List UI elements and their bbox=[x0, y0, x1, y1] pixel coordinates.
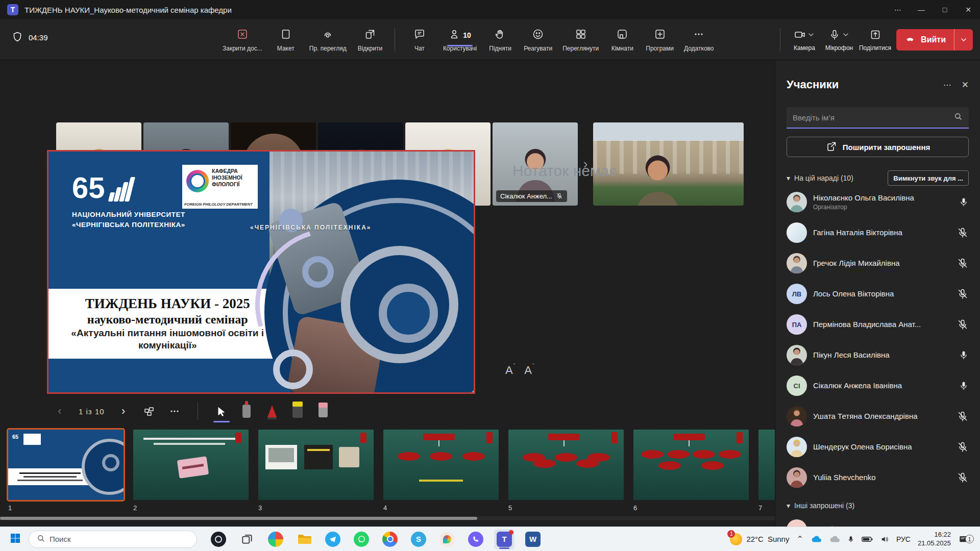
in-meeting-section[interactable]: ▾ На цій нараді (10) bbox=[787, 174, 853, 182]
cloud-icon[interactable] bbox=[829, 535, 840, 543]
filmstrip-slide-3[interactable] bbox=[258, 430, 374, 500]
participants-close-icon[interactable]: ✕ bbox=[962, 80, 969, 90]
battery-icon[interactable] bbox=[862, 536, 873, 543]
filmstrip-slide-1[interactable]: 65 bbox=[8, 430, 124, 500]
paint-taskbar-icon[interactable] bbox=[437, 529, 457, 549]
participant-row[interactable]: Ушата Тетяна Олександрівна bbox=[787, 401, 969, 432]
mic-on-icon[interactable] bbox=[959, 350, 969, 360]
mic-on-icon[interactable] bbox=[959, 381, 969, 391]
highlighter-tool-button[interactable] bbox=[291, 402, 304, 420]
participant-row[interactable]: Шендерук Олена Борисівна bbox=[787, 432, 969, 462]
filmstrip-scrollbar[interactable] bbox=[0, 516, 775, 520]
shared-presentation-slide[interactable]: ТИЖДЕНЬ НАУКИ - 2025 науково-методичний … bbox=[47, 150, 475, 394]
tray-mic-icon[interactable] bbox=[847, 535, 854, 544]
participant-row[interactable]: Гречок Лідія Михайлівна bbox=[787, 248, 969, 279]
filmstrip-slide-5[interactable] bbox=[508, 430, 624, 500]
task-view-taskbar-icon[interactable] bbox=[237, 529, 257, 549]
explorer-taskbar-icon[interactable] bbox=[294, 529, 314, 549]
notes-font-increase-button[interactable]: Aˆ bbox=[505, 364, 515, 377]
titlebar-more-icon[interactable]: ⋯ bbox=[886, 0, 910, 19]
maximize-button[interactable]: □ bbox=[933, 0, 957, 19]
share-button[interactable]: Поділитися bbox=[859, 29, 891, 52]
participant-row[interactable]: Ніколаєнко Ольга ВасилівнаОрганізатор bbox=[787, 187, 969, 217]
toolbar-apps-button[interactable]: Програми bbox=[643, 23, 677, 56]
weather-widget[interactable]: 1 22°C Sunny bbox=[730, 533, 789, 545]
toolbar-private-view-button[interactable]: Пр. перегляд bbox=[306, 23, 350, 56]
pinwheel-taskbar-icon[interactable] bbox=[265, 529, 286, 549]
toolbar-people-button[interactable]: 10Користувачі bbox=[440, 23, 480, 56]
leave-options-chevron-icon[interactable] bbox=[954, 36, 973, 44]
participant-row[interactable]: Гагіна Наталія Вікторівна bbox=[787, 217, 969, 248]
slide-grid-button[interactable] bbox=[142, 402, 156, 420]
leave-button[interactable]: Вийти bbox=[896, 29, 973, 51]
filmstrip-slide-6[interactable] bbox=[633, 430, 749, 500]
share-invite-button[interactable]: Поширити запрошення bbox=[787, 137, 969, 157]
toolbar-react-button[interactable]: Реагувати bbox=[521, 23, 555, 56]
toolbar-rooms-button[interactable]: Кімнати bbox=[606, 23, 639, 56]
participant-search-input[interactable] bbox=[793, 113, 949, 122]
notes-empty-text: Нотаток немає bbox=[512, 162, 617, 180]
toolbar-view-button[interactable]: Переглянути bbox=[559, 23, 602, 56]
toolbar-chat-button[interactable]: Чат bbox=[403, 23, 436, 56]
toolbar-button-label: Додатково bbox=[684, 45, 714, 52]
muted-mic-icon[interactable] bbox=[957, 410, 969, 422]
mic-on-icon[interactable] bbox=[959, 197, 969, 207]
muted-mic-icon[interactable] bbox=[957, 227, 969, 239]
pen-tool-button[interactable] bbox=[265, 402, 279, 420]
taskbar-search-input[interactable] bbox=[50, 535, 152, 543]
taskbar-search[interactable] bbox=[29, 531, 197, 548]
chevron-down-icon[interactable] bbox=[842, 31, 850, 41]
chrome-taskbar-icon[interactable] bbox=[380, 529, 400, 549]
telegram-taskbar-icon[interactable] bbox=[323, 529, 343, 549]
participant-row[interactable]: СІСікалюк Анжела Іванівна bbox=[787, 370, 969, 401]
language-indicator[interactable]: РУС bbox=[896, 535, 911, 543]
slide-more-options-button[interactable] bbox=[168, 402, 181, 420]
muted-mic-icon[interactable] bbox=[957, 288, 969, 300]
whatsapp-taskbar-icon[interactable] bbox=[351, 529, 372, 549]
pointer-tool-button[interactable] bbox=[214, 402, 228, 420]
filmstrip-slide-7[interactable] bbox=[758, 430, 775, 500]
camera-button[interactable]: Камера bbox=[790, 29, 819, 52]
taskbar-clock[interactable]: 16:22 21.05.2025 bbox=[918, 531, 951, 548]
tray-chevron-up-icon[interactable]: ⌃ bbox=[796, 534, 803, 544]
participant-row[interactable]: Щербак Олена Миколаївна bbox=[787, 514, 969, 527]
onedrive-icon[interactable] bbox=[811, 535, 822, 543]
muted-mic-icon[interactable] bbox=[957, 441, 969, 453]
toolbar-more-button[interactable]: Додатково bbox=[681, 23, 717, 56]
toolbar-open-button[interactable]: Відкрити bbox=[354, 23, 386, 56]
toolbar-close-share-button[interactable]: Закрити дос... bbox=[219, 23, 265, 56]
filmstrip-slide-2[interactable] bbox=[133, 430, 249, 500]
participants-more-icon[interactable]: ⋯ bbox=[943, 80, 951, 90]
chevron-down-icon[interactable] bbox=[807, 31, 815, 41]
speaker-icon[interactable] bbox=[880, 535, 889, 543]
skype-taskbar-icon[interactable]: S bbox=[408, 529, 429, 549]
notes-font-decrease-button[interactable]: Aˇ bbox=[524, 364, 534, 377]
next-slide-button[interactable]: › bbox=[117, 402, 130, 420]
teams-taskbar-icon[interactable]: T bbox=[494, 529, 514, 549]
muted-mic-icon[interactable] bbox=[957, 318, 969, 331]
muted-mic-icon[interactable] bbox=[957, 471, 969, 484]
participant-row[interactable]: Yuliia Shevchenko bbox=[787, 462, 969, 493]
mute-all-button[interactable]: Вимкнути звук для ... bbox=[888, 170, 969, 186]
shield-icon[interactable] bbox=[11, 31, 23, 44]
university-65: 65 bbox=[72, 173, 105, 203]
copilot-taskbar-icon[interactable] bbox=[208, 529, 229, 549]
microphone-button[interactable]: Мікрофон bbox=[824, 29, 854, 52]
previous-slide-button[interactable]: ‹ bbox=[53, 402, 66, 420]
invited-section[interactable]: Інші запрошені (3) bbox=[794, 502, 854, 510]
viber-taskbar-icon[interactable] bbox=[465, 529, 486, 549]
participant-row[interactable]: ПАПермінова Владислава Анат... bbox=[787, 309, 969, 340]
laser-pointer-tool-button[interactable] bbox=[240, 402, 253, 420]
toolbar-layout-button[interactable]: Макет bbox=[270, 23, 302, 56]
participant-row[interactable]: Пікун Леся Василівна bbox=[787, 340, 969, 370]
notification-center[interactable]: 1 bbox=[958, 535, 974, 544]
word-taskbar-icon[interactable]: W bbox=[523, 529, 543, 549]
toolbar-raise-button[interactable]: Підняти bbox=[484, 23, 517, 56]
participant-row[interactable]: ЛВЛось Олена Вікторівна bbox=[787, 279, 969, 309]
muted-mic-icon[interactable] bbox=[957, 257, 969, 269]
minimize-button[interactable]: — bbox=[910, 0, 933, 19]
close-button[interactable]: ✕ bbox=[957, 0, 980, 19]
filmstrip-slide-4[interactable] bbox=[383, 430, 499, 500]
start-button[interactable] bbox=[9, 532, 21, 546]
eraser-tool-button[interactable] bbox=[316, 402, 330, 420]
